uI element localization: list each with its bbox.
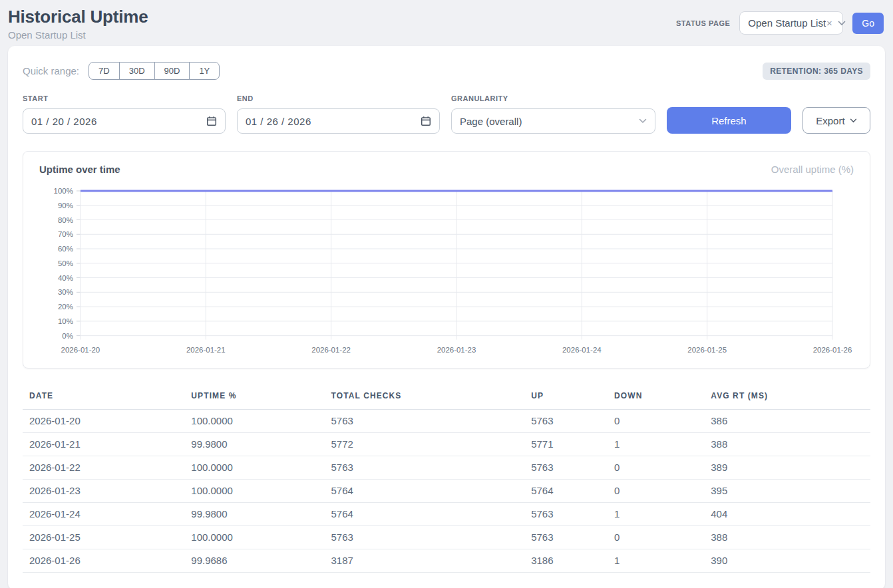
table-cell: 2026-01-23 <box>23 479 184 502</box>
svg-text:2026-01-20: 2026-01-20 <box>61 346 100 354</box>
table-cell: 5763 <box>325 456 525 479</box>
table-cell: 5763 <box>325 409 525 432</box>
svg-text:40%: 40% <box>58 274 73 282</box>
clear-icon[interactable]: × <box>826 17 832 29</box>
granularity-value: Page (overall) <box>460 116 522 127</box>
table-cell: 100.0000 <box>184 479 324 502</box>
table-cell: 100.0000 <box>184 456 324 479</box>
svg-text:2026-01-22: 2026-01-22 <box>311 346 351 354</box>
table-cell: 395 <box>704 479 870 502</box>
svg-text:2026-01-24: 2026-01-24 <box>562 346 602 354</box>
quick-range-90d[interactable]: 90D <box>154 62 190 80</box>
uptime-chart: 0%10%20%30%40%50%60%70%80%90%100%2026-01… <box>39 184 854 361</box>
table-cell: 3186 <box>524 549 608 572</box>
table-cell: 404 <box>704 502 870 525</box>
table-cell: 5771 <box>524 432 608 456</box>
table-header-row: DATEUPTIME %TOTAL CHECKSUPDOWNAVG RT (MS… <box>23 387 870 410</box>
table-row: 2026-01-20100.0000576357630386 <box>23 409 870 432</box>
table-cell: 2026-01-24 <box>23 502 184 525</box>
start-date-value: 01 / 20 / 2026 <box>31 116 97 127</box>
chart-wrap: 0%10%20%30%40%50%60%70%80%90%100%2026-01… <box>39 184 854 361</box>
table-cell: 390 <box>704 549 870 572</box>
status-page-label: STATUS PAGE <box>676 19 730 27</box>
chart-card: Uptime over time Overall uptime (%) 0%10… <box>23 151 870 368</box>
column-header: UP <box>524 387 608 410</box>
table-cell: 5763 <box>524 456 608 479</box>
refresh-button[interactable]: Refresh <box>667 107 791 134</box>
go-button[interactable]: Go <box>852 13 884 34</box>
status-page-value: Open Startup List× <box>748 17 832 29</box>
table-cell: 5763 <box>524 502 608 525</box>
table-cell: 5763 <box>524 525 608 549</box>
svg-text:20%: 20% <box>58 303 73 311</box>
chart-header: Uptime over time Overall uptime (%) <box>39 164 854 175</box>
table-cell: 0 <box>608 456 704 479</box>
column-header: TOTAL CHECKS <box>325 387 525 410</box>
table-row: 2026-01-22100.0000576357630389 <box>23 456 870 479</box>
retention-badge: RETENTION: 365 DAYS <box>763 63 870 80</box>
table-cell: 2026-01-20 <box>23 409 184 432</box>
svg-text:80%: 80% <box>58 216 73 224</box>
table-cell: 1 <box>608 502 704 525</box>
start-date-input[interactable]: 01 / 20 / 2026 <box>23 108 226 134</box>
quick-range-1y[interactable]: 1Y <box>189 62 220 80</box>
header-controls: STATUS PAGE Open Startup List× Go <box>676 11 884 35</box>
svg-text:60%: 60% <box>58 245 73 253</box>
calendar-icon[interactable] <box>206 116 217 126</box>
quick-range-label: Quick range: <box>23 65 79 76</box>
table-cell: 0 <box>608 409 704 432</box>
svg-text:100%: 100% <box>54 187 73 195</box>
title-block: Historical Uptime Open Startup List <box>8 7 148 41</box>
table-cell: 5764 <box>524 479 608 502</box>
table-cell: 99.9686 <box>184 549 324 572</box>
status-page-select[interactable]: Open Startup List× <box>739 11 843 35</box>
svg-text:2026-01-26: 2026-01-26 <box>813 346 852 354</box>
table-row: 2026-01-2499.9800576457631404 <box>23 502 870 525</box>
table-cell: 1 <box>608 432 704 456</box>
chevron-down-icon <box>639 118 647 124</box>
table-cell: 5763 <box>325 525 525 549</box>
table-cell: 2026-01-26 <box>23 549 184 572</box>
start-label: START <box>23 94 226 102</box>
uptime-table: DATEUPTIME %TOTAL CHECKSUPDOWNAVG RT (MS… <box>23 387 870 573</box>
export-label: Export <box>816 115 844 126</box>
table-cell: 99.9800 <box>184 502 324 525</box>
column-header: DOWN <box>608 387 704 410</box>
table-row: 2026-01-2199.9800577257711388 <box>23 432 870 456</box>
column-header: DATE <box>23 387 184 410</box>
svg-text:2026-01-23: 2026-01-23 <box>437 346 476 354</box>
quick-range-7d[interactable]: 7D <box>89 62 120 80</box>
chevron-down-icon <box>850 118 857 123</box>
svg-text:90%: 90% <box>58 202 73 210</box>
quick-range-30d[interactable]: 30D <box>119 62 155 80</box>
table-cell: 389 <box>704 456 870 479</box>
end-date-value: 01 / 26 / 2026 <box>246 116 311 127</box>
svg-text:10%: 10% <box>58 317 73 325</box>
table-cell: 2026-01-22 <box>23 456 184 479</box>
table-row: 2026-01-23100.0000576457640395 <box>23 479 870 502</box>
page-header: Historical Uptime Open Startup List STAT… <box>0 0 893 46</box>
granularity-label: GRANULARITY <box>451 94 655 102</box>
end-label: END <box>237 94 440 102</box>
toolbar-row: Quick range: 7D30D90D1Y RETENTION: 365 D… <box>23 62 870 80</box>
column-header: UPTIME % <box>184 387 324 410</box>
page-subtitle: Open Startup List <box>8 29 148 41</box>
svg-text:0%: 0% <box>62 332 73 340</box>
svg-text:70%: 70% <box>58 230 73 238</box>
table-cell: 386 <box>704 409 870 432</box>
filters-row: START 01 / 20 / 2026 END 01 / 26 / 2026 … <box>23 94 870 134</box>
column-header: AVG RT (MS) <box>704 387 870 410</box>
calendar-icon[interactable] <box>421 116 431 126</box>
table-cell: 388 <box>704 432 870 456</box>
svg-text:30%: 30% <box>58 288 73 296</box>
table-cell: 5764 <box>325 502 525 525</box>
table-cell: 5763 <box>524 409 608 432</box>
table-cell: 99.9800 <box>184 432 324 456</box>
end-date-input[interactable]: 01 / 26 / 2026 <box>237 108 440 134</box>
table-cell: 0 <box>608 525 704 549</box>
export-button[interactable]: Export <box>803 107 870 134</box>
table-row: 2026-01-25100.0000576357630388 <box>23 525 870 549</box>
table-cell: 100.0000 <box>184 409 324 432</box>
svg-text:50%: 50% <box>58 259 73 267</box>
granularity-select[interactable]: Page (overall) <box>451 108 655 134</box>
